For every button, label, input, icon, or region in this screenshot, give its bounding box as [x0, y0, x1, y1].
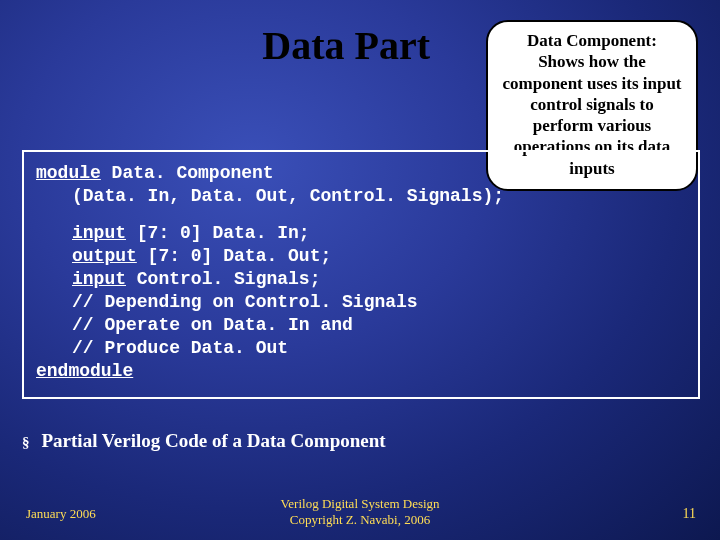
code-text: [7: 0] Data. In;: [126, 223, 310, 243]
module-name: Data. Component: [101, 163, 274, 183]
code-box: module Data. Component (Data. In, Data. …: [22, 150, 700, 399]
code-line: module Data. Component: [36, 162, 686, 185]
code-line: output [7: 0] Data. Out;: [36, 245, 686, 268]
code-ports: (Data. In, Data. Out, Control. Signals);: [36, 185, 686, 208]
keyword-output: output: [72, 246, 137, 266]
code-text: [7: 0] Data. Out;: [137, 246, 331, 266]
code-line: endmodule: [36, 360, 686, 383]
keyword-module: module: [36, 163, 101, 183]
code-comment: // Produce Data. Out: [36, 337, 686, 360]
code-line: input [7: 0] Data. In;: [36, 222, 686, 245]
slide-caption: §Partial Verilog Code of a Data Componen…: [22, 430, 386, 452]
callout-heading: Data Component:: [500, 30, 684, 51]
keyword-input: input: [72, 269, 126, 289]
code-comment: // Operate on Data. In and: [36, 314, 686, 337]
footer-page-number: 11: [683, 506, 696, 522]
bullet-icon: §: [22, 434, 30, 451]
code-line: input Control. Signals;: [36, 268, 686, 291]
keyword-endmodule: endmodule: [36, 361, 133, 381]
caption-text: Partial Verilog Code of a Data Component: [42, 430, 386, 451]
keyword-input: input: [72, 223, 126, 243]
code-text: Control. Signals;: [126, 269, 320, 289]
code-comment: // Depending on Control. Signals: [36, 291, 686, 314]
footer-credit: Verilog Digital System Design Copyright …: [0, 496, 720, 529]
slide-title: Data Part: [0, 22, 430, 69]
footer-credit-line2: Copyright Z. Navabi, 2006: [0, 512, 720, 528]
footer-credit-line1: Verilog Digital System Design: [0, 496, 720, 512]
